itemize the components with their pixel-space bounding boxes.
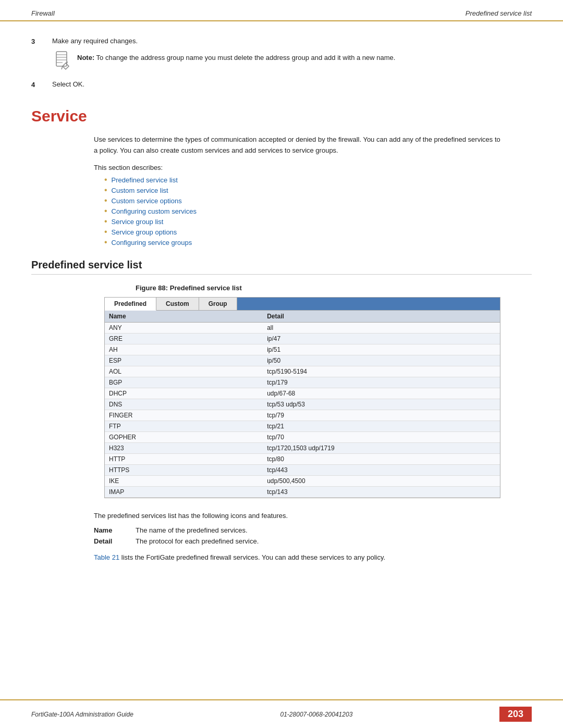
bullet-dot: • xyxy=(104,196,107,205)
table-row: AHip/51 xyxy=(105,344,500,355)
bullet-dot: • xyxy=(104,228,107,236)
predefined-services-table: Name Detail ANYallGREip/47AHip/51ESPip/5… xyxy=(105,311,500,498)
service-name-cell: ANY xyxy=(105,322,263,333)
tab-predefined[interactable]: Predefined xyxy=(105,298,156,311)
service-detail-cell: tcp/70 xyxy=(263,431,500,442)
note-label: Note: xyxy=(77,54,94,61)
intro-paragraph: Use services to determine the types of c… xyxy=(94,134,500,156)
service-detail-cell: tcp/443 xyxy=(263,464,500,475)
col-name-header: Name xyxy=(105,311,263,323)
service-detail-cell: tcp/80 xyxy=(263,453,500,464)
list-item: • Custom service list xyxy=(104,186,532,194)
list-item: • Custom service options xyxy=(104,196,532,205)
note-content: Note: To change the address group name y… xyxy=(77,53,395,63)
topic-list: • Predefined service list • Custom servi… xyxy=(104,176,532,246)
list-item: • Predefined service list xyxy=(104,176,532,184)
custom-service-options-link[interactable]: Custom service options xyxy=(112,197,182,205)
service-name-cell: BGP xyxy=(105,377,263,388)
service-name-cell: AH xyxy=(105,344,263,355)
service-name-cell: AOL xyxy=(105,366,263,377)
detail-definition: The protocol for each predefined service… xyxy=(136,537,259,545)
final-para-text: lists the FortiGate predefined firewall … xyxy=(119,553,385,561)
service-detail-cell: tcp/5190-5194 xyxy=(263,366,500,377)
table-row: BGPtcp/179 xyxy=(105,377,500,388)
service-name-cell: ESP xyxy=(105,355,263,366)
main-content: 3 Make any required changes. Note: To ch… xyxy=(0,21,563,595)
name-term-row: Name The name of the predefined services… xyxy=(94,526,480,534)
configuring-service-groups-link[interactable]: Configuring service groups xyxy=(112,239,192,246)
service-detail-cell: tcp/1720,1503 udp/1719 xyxy=(263,442,500,453)
table-body: ANYallGREip/47AHip/51ESPip/50AOLtcp/5190… xyxy=(105,322,500,497)
step-4-text: Select OK. xyxy=(52,80,84,88)
table-row: HTTPStcp/443 xyxy=(105,464,500,475)
term-definitions: Name The name of the predefined services… xyxy=(94,526,480,545)
service-group-options-link[interactable]: Service group options xyxy=(112,228,177,236)
col-detail-header: Detail xyxy=(263,311,500,323)
custom-service-list-link[interactable]: Custom service list xyxy=(112,187,168,194)
step-4-number: 4 xyxy=(31,80,52,89)
bullet-dot: • xyxy=(104,186,107,194)
service-name-cell: HTTPS xyxy=(105,464,263,475)
service-name-cell: H323 xyxy=(105,442,263,453)
service-detail-cell: tcp/53 udp/53 xyxy=(263,399,500,410)
name-definition: The name of the predefined services. xyxy=(136,526,248,534)
service-detail-cell: ip/51 xyxy=(263,344,500,355)
service-name-cell: IMAP xyxy=(105,486,263,497)
table-row: DHCPudp/67-68 xyxy=(105,388,500,399)
service-name-cell: HTTP xyxy=(105,453,263,464)
section-describes: This section describes: xyxy=(94,164,532,171)
service-detail-cell: tcp/143 xyxy=(263,486,500,497)
footer-guide-name: FortiGate-100A Administration Guide xyxy=(31,711,133,718)
header-left: Firewall xyxy=(31,9,55,17)
tab-spacer xyxy=(237,298,500,310)
service-detail-cell: tcp/79 xyxy=(263,410,500,421)
service-name-cell: IKE xyxy=(105,475,263,486)
service-detail-cell: tcp/179 xyxy=(263,377,500,388)
table-row: IMAPtcp/143 xyxy=(105,486,500,497)
service-name-cell: DHCP xyxy=(105,388,263,399)
table-row: GREip/47 xyxy=(105,333,500,344)
footer-page-number: 203 xyxy=(499,707,532,722)
note-body: To change the address group name you mus… xyxy=(96,54,396,61)
table-row: ESPip/50 xyxy=(105,355,500,366)
bullet-dot: • xyxy=(104,217,107,226)
predefined-service-list-link[interactable]: Predefined service list xyxy=(112,176,178,184)
service-name-cell: FINGER xyxy=(105,410,263,421)
configuring-custom-services-link[interactable]: Configuring custom services xyxy=(112,207,197,215)
footer-doc-number: 01-28007-0068-20041203 xyxy=(280,711,353,718)
step-4-row: 4 Select OK. xyxy=(31,80,532,89)
note-box: Note: To change the address group name y… xyxy=(52,53,532,75)
tab-group[interactable]: Group xyxy=(199,298,237,310)
table-row: DNStcp/53 udp/53 xyxy=(105,399,500,410)
table-row: FINGERtcp/79 xyxy=(105,410,500,421)
page-footer: FortiGate-100A Administration Guide 01-2… xyxy=(0,699,563,728)
service-table-container: Predefined Custom Group Name Detail ANYa… xyxy=(104,297,500,498)
step-3-text: Make any required changes. xyxy=(52,37,138,45)
table-row: IKEudp/500,4500 xyxy=(105,475,500,486)
detail-term-row: Detail The protocol for each predefined … xyxy=(94,537,480,545)
step-3-number: 3 xyxy=(31,37,52,45)
step-3-row: 3 Make any required changes. xyxy=(31,37,532,45)
service-detail-cell: tcp/21 xyxy=(263,421,500,431)
service-name-cell: FTP xyxy=(105,421,263,431)
name-term: Name xyxy=(94,526,136,534)
service-name-cell: DNS xyxy=(105,399,263,410)
service-detail-cell: ip/50 xyxy=(263,355,500,366)
tab-custom[interactable]: Custom xyxy=(156,298,199,310)
detail-term: Detail xyxy=(94,537,136,545)
list-item: • Configuring custom services xyxy=(104,207,532,215)
table-row: HTTPtcp/80 xyxy=(105,453,500,464)
table-21-link[interactable]: Table 21 xyxy=(94,553,119,561)
service-main-heading: Service xyxy=(31,107,532,125)
final-paragraph: Table 21 lists the FortiGate predefined … xyxy=(94,552,490,563)
predefined-section-heading: Predefined service list xyxy=(31,259,532,275)
bullet-dot: • xyxy=(104,176,107,184)
bullet-dot: • xyxy=(104,238,107,246)
service-group-list-link[interactable]: Service group list xyxy=(112,218,164,226)
table-row: H323tcp/1720,1503 udp/1719 xyxy=(105,442,500,453)
note-icon xyxy=(52,51,71,75)
tab-bar: Predefined Custom Group xyxy=(105,298,500,311)
service-detail-cell: udp/67-68 xyxy=(263,388,500,399)
table-row: AOLtcp/5190-5194 xyxy=(105,366,500,377)
service-name-cell: GOPHER xyxy=(105,431,263,442)
